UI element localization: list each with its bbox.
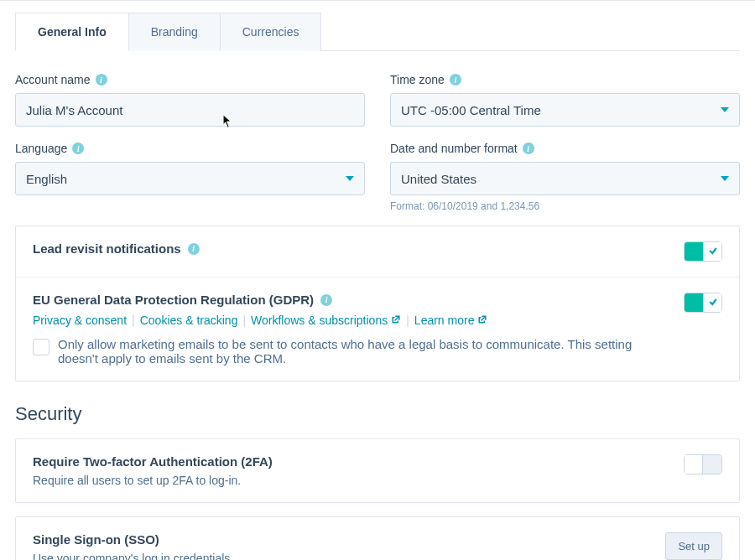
separator: | [406, 314, 409, 327]
lead-revisit-title: Lead revisit notifications [33, 241, 181, 256]
info-icon[interactable]: i [72, 143, 84, 154]
gdpr-toggle[interactable] [684, 293, 722, 313]
check-icon [708, 244, 718, 259]
time-zone-label: Time zone [390, 73, 445, 86]
info-icon[interactable]: i [188, 243, 200, 255]
external-link-icon [477, 314, 487, 327]
chevron-down-icon [721, 176, 729, 181]
gdpr-legal-basis-checkbox[interactable] [33, 339, 49, 355]
info-icon[interactable]: i [450, 74, 461, 86]
date-format-hint: Format: 06/10/2019 and 1,234.56 [390, 200, 740, 212]
lead-revisit-toggle[interactable] [684, 241, 722, 262]
date-format-value: United States [401, 172, 476, 186]
link-workflows-subscriptions[interactable]: Workflows & subscriptions [251, 314, 401, 327]
tab-branding[interactable]: Branding [129, 13, 221, 51]
link-label: Workflows & subscriptions [251, 314, 388, 327]
twofa-toggle[interactable] [684, 454, 722, 474]
link-learn-more[interactable]: Learn more [414, 314, 488, 327]
sso-title: Single Sign-on (SSO) [33, 532, 159, 547]
gdpr-title: EU General Data Protection Regulation (G… [33, 293, 314, 307]
link-label: Learn more [414, 314, 475, 327]
tab-general-info[interactable]: General Info [15, 13, 129, 51]
twofa-desc: Require all users to set up 2FA to log-i… [33, 474, 273, 487]
settings-tabs: General Info Branding Currencies [15, 13, 740, 51]
external-link-icon [391, 314, 401, 327]
date-format-label: Date and number format [390, 142, 518, 155]
time-zone-value: UTC -05:00 Central Time [401, 103, 541, 117]
sso-desc: Use your company's log in credentials [33, 552, 230, 560]
info-icon[interactable]: i [96, 74, 107, 86]
check-icon [708, 295, 718, 310]
account-name-label: Account name [15, 73, 91, 86]
security-heading: Security [15, 403, 740, 425]
twofa-title: Require Two-factor Authentication (2FA) [33, 454, 273, 469]
chevron-down-icon [721, 107, 729, 112]
time-zone-select[interactable]: UTC -05:00 Central Time [390, 93, 740, 127]
separator: | [242, 314, 246, 327]
info-icon[interactable]: i [523, 143, 534, 154]
gdpr-checkbox-label: Only allow marketing emails to be sent t… [58, 337, 637, 366]
link-privacy-consent[interactable]: Privacy & consent [33, 314, 127, 327]
info-icon[interactable]: i [320, 294, 332, 306]
language-value: English [26, 172, 67, 186]
separator: | [132, 314, 135, 327]
language-label: Language [15, 142, 67, 155]
sso-setup-button[interactable]: Set up [665, 532, 722, 560]
account-name-input[interactable] [15, 93, 365, 127]
chevron-down-icon [346, 176, 354, 181]
tab-currencies[interactable]: Currencies [221, 13, 322, 51]
link-cookies-tracking[interactable]: Cookies & tracking [140, 314, 238, 327]
date-format-select[interactable]: United States [390, 162, 740, 195]
language-select[interactable]: English [15, 162, 365, 195]
